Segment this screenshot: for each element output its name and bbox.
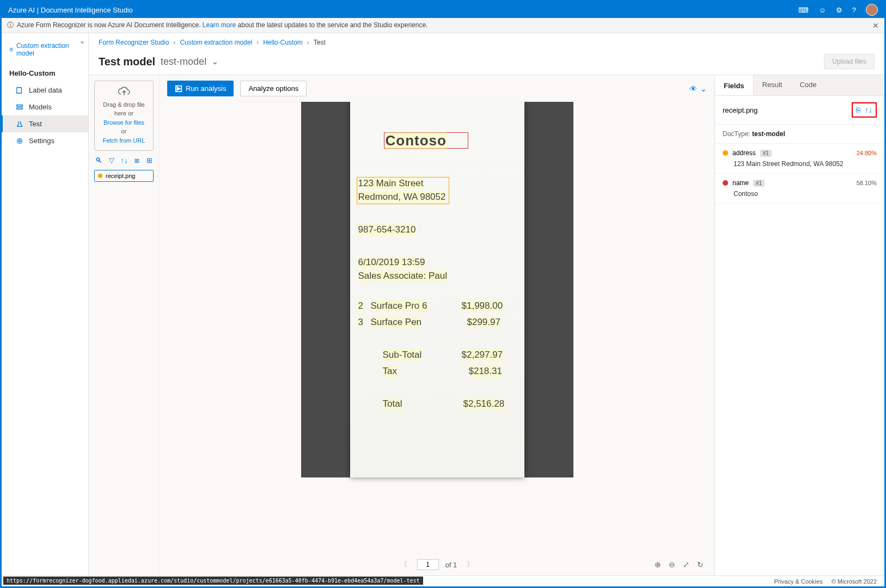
chevron-down-icon[interactable]: ⌄ bbox=[212, 57, 218, 66]
browse-files-link[interactable]: Browse for files bbox=[98, 118, 150, 127]
zoom-in-icon[interactable]: ⊕ bbox=[655, 560, 661, 569]
page-total: of 1 bbox=[445, 561, 457, 569]
privacy-link[interactable]: Privacy & Cookies bbox=[774, 578, 822, 585]
next-page-button[interactable]: 〉 bbox=[463, 560, 477, 569]
visibility-icon[interactable]: 👁 bbox=[689, 84, 697, 93]
svg-point-3 bbox=[17, 138, 22, 143]
breadcrumb-2[interactable]: Hello-Custom bbox=[263, 39, 303, 46]
grid-view-icon[interactable]: ⊞ bbox=[146, 156, 152, 164]
run-analysis-button[interactable]: Run analysis bbox=[167, 81, 234, 96]
svg-rect-1 bbox=[17, 105, 23, 106]
collapse-sidebar-icon[interactable]: « bbox=[81, 39, 84, 45]
sidebar-item-test[interactable]: Test bbox=[2, 115, 88, 132]
zoom-out-icon[interactable]: ⊖ bbox=[669, 560, 675, 569]
result-filename: receipt.png bbox=[723, 106, 757, 114]
sidebar-item-models[interactable]: Models bbox=[2, 99, 88, 115]
document-viewer[interactable]: Contoso 123 Main Street Redmond, WA 9805… bbox=[301, 102, 573, 477]
sort-fields-icon[interactable]: ↑↓ bbox=[865, 106, 872, 114]
fetch-url-link[interactable]: Fetch from URL bbox=[98, 136, 150, 145]
info-text: ⓘAzure Form Recognizer is now Azure AI D… bbox=[7, 21, 427, 30]
copyright: © Microsoft 2022 bbox=[832, 578, 877, 585]
tab-result[interactable]: Result bbox=[754, 75, 791, 95]
sidebar-item-settings[interactable]: Settings bbox=[2, 132, 88, 149]
status-dot-icon bbox=[98, 174, 102, 178]
svg-point-4 bbox=[19, 140, 21, 142]
breadcrumb: Form Recognizer Studio› Custom extractio… bbox=[89, 33, 884, 52]
breadcrumb-0[interactable]: Form Recognizer Studio bbox=[99, 39, 169, 46]
help-icon[interactable]: ? bbox=[852, 6, 856, 14]
chevron-down-icon[interactable]: ⌄ bbox=[700, 84, 707, 93]
filter-icon[interactable]: ▽ bbox=[109, 156, 114, 164]
sidebar-item-label-data[interactable]: Label data bbox=[2, 82, 88, 99]
learn-more-link[interactable]: Learn more bbox=[203, 21, 236, 29]
prev-page-button[interactable]: 〈 bbox=[397, 560, 411, 569]
sidebar-section: ≡Custom extraction model bbox=[2, 39, 81, 60]
dropzone[interactable]: Drag & drop file here or Browse for file… bbox=[94, 81, 154, 151]
export-sort-group: ⎘ ↑↓ bbox=[852, 102, 877, 118]
sidebar-project: Hello-Custom bbox=[2, 65, 88, 82]
sort-icon[interactable]: ↑↓ bbox=[121, 156, 128, 164]
settings-icon[interactable]: ⚙ bbox=[836, 6, 842, 14]
breadcrumb-current: Test bbox=[314, 39, 326, 46]
file-item-receipt[interactable]: receipt.png bbox=[94, 170, 154, 182]
tab-code[interactable]: Code bbox=[791, 75, 825, 95]
doctype-row: DocType: test-model bbox=[715, 125, 884, 144]
status-bar-url: https://formrecognizer-dogfood.appliedai… bbox=[3, 577, 423, 585]
avatar[interactable] bbox=[866, 4, 878, 16]
field-address[interactable]: address #1 24.80% 123 Main Street Redmon… bbox=[715, 144, 884, 174]
breadcrumb-1[interactable]: Custom extraction model bbox=[180, 39, 252, 46]
rotate-icon[interactable]: ↻ bbox=[697, 560, 704, 569]
dot-icon bbox=[723, 180, 728, 186]
upload-files-button[interactable]: Upload files bbox=[824, 54, 875, 69]
keyboard-icon[interactable]: ⌨ bbox=[798, 6, 809, 14]
export-icon[interactable]: ⎘ bbox=[856, 106, 860, 114]
list-view-icon[interactable]: ≣ bbox=[134, 156, 140, 164]
feedback-icon[interactable]: ☺ bbox=[818, 6, 826, 14]
svg-rect-0 bbox=[17, 87, 22, 93]
dot-icon bbox=[723, 150, 728, 156]
page-input[interactable] bbox=[417, 559, 439, 570]
svg-rect-2 bbox=[17, 107, 23, 109]
fit-icon[interactable]: ⤢ bbox=[683, 560, 689, 569]
page-title: Test modeltest-model⌄ bbox=[99, 56, 218, 68]
tab-fields[interactable]: Fields bbox=[715, 75, 754, 95]
field-name[interactable]: name #1 58.10% Contoso bbox=[715, 174, 884, 204]
app-title: Azure AI | Document Intelligence Studio bbox=[8, 6, 133, 14]
search-icon[interactable]: 🔍︎ bbox=[95, 156, 102, 164]
analyze-options-button[interactable]: Analyze options bbox=[240, 81, 307, 96]
close-icon[interactable]: ✕ bbox=[872, 21, 879, 30]
